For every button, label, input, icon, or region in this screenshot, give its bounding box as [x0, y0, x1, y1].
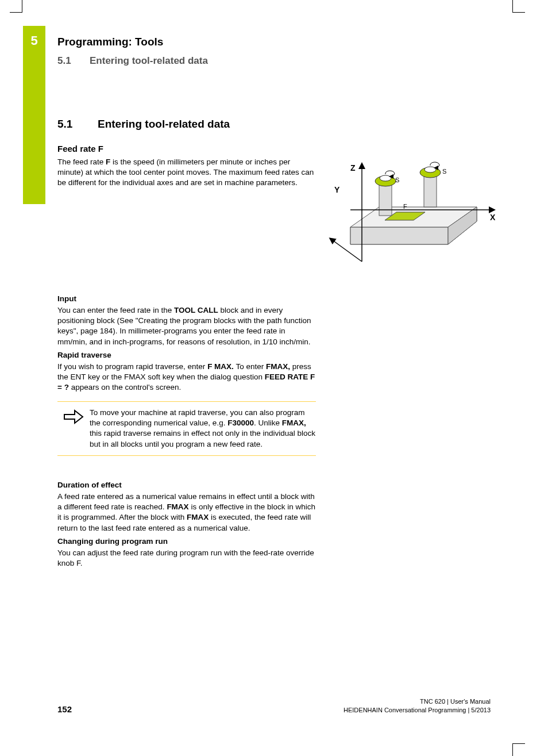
paragraph: If you wish to program rapid traverse, e… [57, 362, 316, 393]
note-text: To move your machine at rapid traverse, … [90, 408, 316, 450]
crop-mark [512, 0, 525, 13]
duration-block: Duration of effect A feed rate entered a… [57, 477, 316, 569]
spindle-s-label: S [442, 168, 446, 175]
feed-f-label: F [403, 203, 407, 210]
paragraph: You can adjust the feed rate during prog… [57, 548, 316, 569]
feed-rate-block: Feed rate F The feed rate F is the speed… [57, 144, 316, 189]
paragraph: You can enter the feed rate in the TOOL … [57, 305, 316, 347]
axis-y-label: Y [334, 185, 340, 194]
section-heading: 5.1Entering tool-related data [57, 118, 230, 131]
axis-z-label: Z [350, 163, 356, 172]
svg-rect-0 [379, 184, 392, 216]
section-title: Entering tool-related data [98, 118, 230, 130]
section-title: Entering tool-related data [90, 55, 208, 66]
svg-rect-3 [424, 175, 437, 207]
axis-x-label: X [490, 213, 496, 222]
heading-changing: Changing during program run [57, 537, 316, 546]
crop-mark [10, 0, 22, 13]
chapter-number: 5 [23, 33, 45, 48]
footer-line-1: TNC 620 | User's Manual [344, 697, 491, 705]
chapter-sidebar [23, 26, 45, 204]
section-header: 5.1Entering tool-related data [57, 55, 208, 67]
paragraph: The feed rate F is the speed (in millime… [57, 157, 316, 189]
footer-line-2: HEIDENHAIN Conversational Programming | … [344, 706, 491, 714]
heading-input: Input [57, 294, 316, 303]
footer-text: TNC 620 | User's Manual HEIDENHAIN Conve… [344, 697, 491, 714]
heading-feed-rate: Feed rate F [57, 144, 316, 153]
section-number: 5.1 [57, 55, 90, 67]
page: 5 Programming: Tools 5.1Entering tool-re… [0, 0, 548, 756]
feed-rate-diagram: Z Y X S S F [327, 152, 500, 273]
svg-point-2 [380, 175, 391, 181]
heading-duration: Duration of effect [57, 481, 316, 489]
svg-point-5 [424, 167, 436, 172]
crop-mark [512, 743, 525, 756]
heading-rapid-traverse: Rapid traverse [57, 351, 316, 359]
paragraph: A feed rate entered as a numerical value… [57, 492, 316, 534]
input-block: Input You can enter the feed rate in the… [57, 291, 316, 393]
chapter-title: Programming: Tools [57, 36, 163, 48]
arrow-note-icon [57, 408, 90, 450]
section-number: 5.1 [57, 118, 98, 131]
spindle-s-label: S [395, 176, 399, 183]
note-box: To move your machine at rapid traverse, … [57, 401, 316, 456]
page-number: 152 [57, 704, 72, 714]
